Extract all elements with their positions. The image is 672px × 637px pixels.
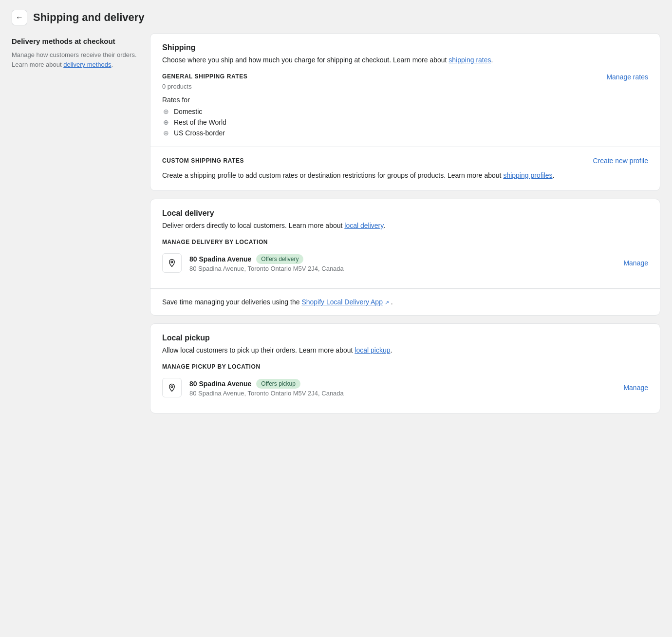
local-pickup-desc: Allow local customers to pick up their o… [162, 345, 648, 356]
local-delivery-title: Local delivery [162, 209, 648, 218]
local-delivery-section: Local delivery Deliver orders directly t… [150, 199, 660, 289]
manage-delivery-label: Manage Delivery by Location [162, 239, 648, 245]
shipping-title: Shipping [162, 43, 648, 52]
general-rates-label: General Shipping Rates [162, 73, 247, 80]
local-delivery-card: Local delivery Deliver orders directly t… [150, 199, 660, 316]
sidebar-desc: Manage how customers receive their order… [12, 50, 138, 69]
pickup-location-item: 80 Spadina Avenue Offers pickup 80 Spadi… [162, 372, 648, 403]
custom-rates-desc: Create a shipping profile to add custom … [162, 170, 648, 181]
back-icon: ← [16, 13, 23, 22]
shipping-desc: Choose where you ship and how much you c… [162, 55, 648, 65]
local-delivery-desc: Deliver orders directly to local custome… [162, 221, 648, 231]
pickup-location-name: 80 Spadina Avenue [189, 380, 251, 388]
local-pickup-title: Local pickup [162, 334, 648, 342]
local-delivery-link[interactable]: local delivery [344, 222, 383, 229]
shopify-local-delivery-app-link[interactable]: Shopify Local Delivery App [301, 298, 383, 306]
external-link-icon: ↗ [385, 300, 389, 305]
svg-point-1 [171, 386, 173, 388]
sidebar-title: Delivery methods at checkout [12, 37, 138, 45]
pickup-name-row: 80 Spadina Avenue Offers pickup [189, 379, 616, 389]
map-pin-icon [168, 383, 176, 392]
location-icon-box [162, 253, 182, 273]
delivery-methods-link[interactable]: delivery methods [63, 61, 111, 68]
delivery-location-item: 80 Spadina Avenue Offers delivery 80 Spa… [162, 247, 648, 279]
shipping-profiles-link[interactable]: shipping profiles [503, 171, 552, 179]
globe-icon: ⊕ [162, 129, 170, 137]
create-profile-link[interactable]: Create new profile [593, 157, 648, 165]
globe-icon: ⊕ [162, 118, 170, 126]
globe-icon: ⊕ [162, 108, 170, 115]
sidebar: Delivery methods at checkout Manage how … [12, 33, 138, 413]
custom-rates-section: Custom Shipping Rates Create new profile… [150, 147, 660, 190]
rates-count: 0 products [162, 83, 648, 90]
rates-for-label: Rates for [162, 96, 648, 104]
main-layout: Delivery methods at checkout Manage how … [0, 33, 672, 425]
shipping-rates-link[interactable]: shipping rates [448, 56, 491, 64]
local-pickup-section: Local pickup Allow local customers to pi… [150, 324, 660, 413]
general-rates-header: General Shipping Rates Manage rates [162, 73, 648, 81]
rates-list: ⊕ Domestic ⊕ Rest of the World ⊕ US Cros… [162, 108, 648, 137]
custom-rates-header: Custom Shipping Rates Create new profile [162, 157, 648, 165]
offers-delivery-badge: Offers delivery [256, 254, 303, 264]
save-time-row: Save time managing your deliveries using… [150, 289, 660, 315]
list-item: ⊕ Domestic [162, 108, 648, 115]
manage-pickup-link[interactable]: Manage [623, 384, 648, 392]
manage-delivery-link[interactable]: Manage [623, 259, 648, 267]
page-title: Shipping and delivery [33, 11, 145, 24]
location-name: 80 Spadina Avenue [189, 255, 251, 263]
list-item: ⊕ Rest of the World [162, 118, 648, 126]
custom-rates-label: Custom Shipping Rates [162, 157, 244, 164]
pickup-location-address: 80 Spadina Avenue, Toronto Ontario M5V 2… [189, 390, 616, 397]
manage-rates-link[interactable]: Manage rates [606, 73, 648, 81]
page-header: ← Shipping and delivery [0, 0, 672, 33]
offers-pickup-badge: Offers pickup [256, 379, 300, 389]
svg-point-0 [171, 261, 173, 263]
shipping-card: Shipping Choose where you ship and how m… [150, 33, 660, 191]
pickup-location-info: 80 Spadina Avenue Offers pickup 80 Spadi… [189, 379, 616, 397]
location-address: 80 Spadina Avenue, Toronto Ontario M5V 2… [189, 265, 616, 272]
content-area: Shipping Choose where you ship and how m… [150, 33, 660, 413]
map-pin-icon [168, 259, 176, 267]
location-name-row: 80 Spadina Avenue Offers delivery [189, 254, 616, 264]
back-button[interactable]: ← [12, 10, 27, 25]
manage-pickup-label: Manage Pickup by Location [162, 363, 648, 370]
location-info: 80 Spadina Avenue Offers delivery 80 Spa… [189, 254, 616, 272]
list-item: ⊕ US Cross-border [162, 129, 648, 137]
local-pickup-link[interactable]: local pickup [355, 346, 390, 354]
shipping-section: Shipping Choose where you ship and how m… [150, 34, 660, 147]
local-pickup-card: Local pickup Allow local customers to pi… [150, 323, 660, 413]
pickup-location-icon-box [162, 378, 182, 397]
